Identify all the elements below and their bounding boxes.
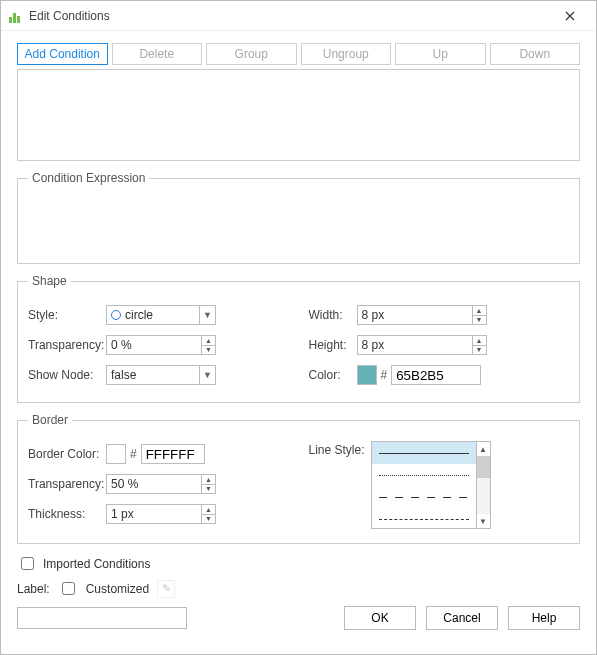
spinner-down-icon[interactable]: ▼: [202, 485, 215, 494]
ungroup-button: Ungroup: [301, 43, 392, 65]
close-button[interactable]: [552, 3, 588, 29]
line-style-solid[interactable]: [372, 442, 476, 464]
height-label: Height:: [309, 338, 357, 352]
hash-symbol: #: [381, 368, 388, 382]
cancel-button[interactable]: Cancel: [426, 606, 498, 630]
border-legend: Border: [28, 413, 72, 427]
shape-group: Shape Style: circle ▼ Transparency:: [17, 274, 580, 403]
width-label: Width:: [309, 308, 357, 322]
border-transparency-value: 50 %: [111, 477, 138, 491]
border-group: Border Border Color: # Transparency:: [17, 413, 580, 544]
pencil-icon: ✎: [157, 580, 175, 598]
height-value: 8 px: [362, 338, 385, 352]
show-node-value: false: [111, 368, 136, 382]
spinner-down-icon[interactable]: ▼: [202, 515, 215, 524]
delete-button: Delete: [112, 43, 203, 65]
spinner-up-icon[interactable]: ▲: [202, 336, 215, 346]
color-label: Color:: [309, 368, 357, 382]
help-button[interactable]: Help: [508, 606, 580, 630]
dialog-body: Add Condition Delete Group Ungroup Up Do…: [1, 31, 596, 654]
line-style-dashed[interactable]: [372, 486, 476, 508]
scroll-down-icon[interactable]: ▼: [477, 514, 490, 528]
conditions-list[interactable]: [17, 69, 580, 161]
chevron-down-icon: ▼: [199, 306, 215, 324]
border-transparency-label: Transparency:: [28, 477, 106, 491]
border-color-swatch[interactable]: [106, 444, 126, 464]
close-icon: [565, 11, 575, 21]
spinner-down-icon[interactable]: ▼: [473, 346, 486, 355]
up-button: Up: [395, 43, 486, 65]
toolbar: Add Condition Delete Group Ungroup Up Do…: [17, 43, 580, 65]
line-style-dotted[interactable]: [372, 464, 476, 486]
width-spinner[interactable]: 8 px ▲▼: [357, 305, 487, 325]
chevron-down-icon: ▼: [199, 366, 215, 384]
down-button: Down: [490, 43, 581, 65]
shape-transparency-label: Transparency:: [28, 338, 106, 352]
thickness-label: Thickness:: [28, 507, 106, 521]
shape-legend: Shape: [28, 274, 71, 288]
add-condition-button[interactable]: Add Condition: [17, 43, 108, 65]
circle-icon: [111, 310, 121, 320]
thickness-value: 1 px: [111, 507, 134, 521]
style-combo[interactable]: circle ▼: [106, 305, 216, 325]
line-style-list[interactable]: ▲ ▼: [371, 441, 491, 529]
imported-conditions-label: Imported Conditions: [43, 557, 150, 571]
customized-checkbox[interactable]: [62, 582, 75, 595]
label-row: Label: Customized ✎: [17, 579, 580, 598]
border-color-label: Border Color:: [28, 447, 106, 461]
imported-conditions-checkbox[interactable]: [21, 557, 34, 570]
condition-expression-legend: Condition Expression: [28, 171, 149, 185]
window-title: Edit Conditions: [29, 9, 552, 23]
condition-expression-group: Condition Expression: [17, 171, 580, 264]
line-style-dashed-2[interactable]: [372, 508, 476, 528]
show-node-label: Show Node:: [28, 368, 106, 382]
edit-conditions-dialog: Edit Conditions Add Condition Delete Gro…: [0, 0, 597, 655]
spinner-up-icon[interactable]: ▲: [473, 306, 486, 316]
hash-symbol: #: [130, 447, 137, 461]
group-button: Group: [206, 43, 297, 65]
color-hex-input[interactable]: [391, 365, 481, 385]
show-node-combo[interactable]: false ▼: [106, 365, 216, 385]
app-icon: [9, 9, 23, 23]
line-style-label: Line Style:: [309, 441, 371, 457]
footer: OK Cancel Help: [17, 598, 580, 630]
ok-button[interactable]: OK: [344, 606, 416, 630]
line-style-scrollbar[interactable]: ▲ ▼: [476, 442, 490, 528]
shape-transparency-spinner[interactable]: 0 % ▲▼: [106, 335, 216, 355]
border-color-hex-input[interactable]: [141, 444, 205, 464]
scroll-up-icon[interactable]: ▲: [477, 442, 490, 456]
spinner-up-icon[interactable]: ▲: [202, 505, 215, 515]
spinner-up-icon[interactable]: ▲: [473, 336, 486, 346]
titlebar: Edit Conditions: [1, 1, 596, 31]
imported-conditions-row: Imported Conditions: [17, 554, 580, 573]
spinner-down-icon[interactable]: ▼: [473, 316, 486, 325]
style-value: circle: [125, 308, 153, 322]
color-swatch[interactable]: [357, 365, 377, 385]
spinner-up-icon[interactable]: ▲: [202, 475, 215, 485]
width-value: 8 px: [362, 308, 385, 322]
style-label: Style:: [28, 308, 106, 322]
customized-label: Customized: [86, 582, 149, 596]
border-transparency-spinner[interactable]: 50 % ▲▼: [106, 474, 216, 494]
height-spinner[interactable]: 8 px ▲▼: [357, 335, 487, 355]
label-text: Label:: [17, 582, 50, 596]
thickness-spinner[interactable]: 1 px ▲▼: [106, 504, 216, 524]
condition-expression-area[interactable]: [28, 195, 569, 253]
spinner-down-icon[interactable]: ▼: [202, 346, 215, 355]
label-input[interactable]: [17, 607, 187, 629]
shape-transparency-value: 0 %: [111, 338, 132, 352]
